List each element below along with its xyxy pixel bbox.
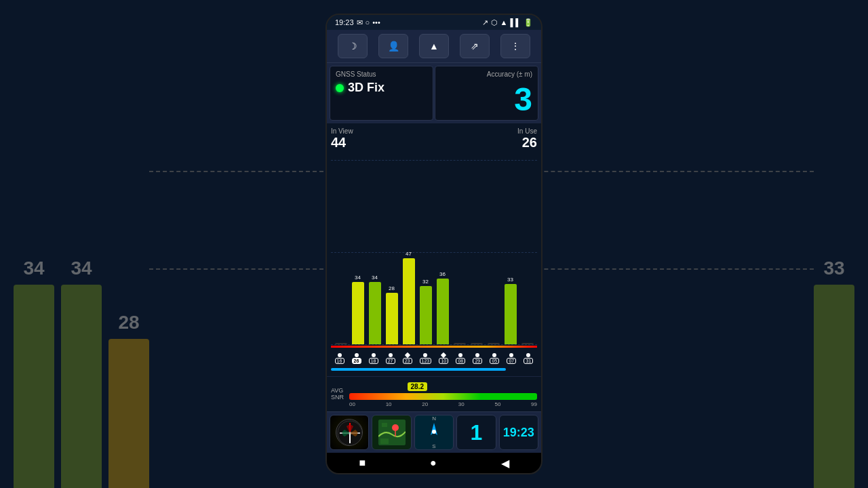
sat-id-box: 10 xyxy=(439,358,448,364)
more-menu-button[interactable]: ⋮ xyxy=(500,34,530,58)
bg-bar-item: 33 xyxy=(814,258,854,488)
accuracy-panel: Accuracy (± m) 3 xyxy=(435,66,538,121)
snr-section: AVGSNR 28.2 00 10 20 30 50 99 xyxy=(327,376,541,411)
android-nav: ■ ● ◀ xyxy=(327,453,541,473)
snr-scale: 00 10 20 30 50 99 xyxy=(349,401,537,407)
bg-bars-left: 34 34 28 xyxy=(14,258,149,488)
bar-rect xyxy=(420,286,432,344)
accuracy-value: 3 xyxy=(514,83,532,116)
sat-id-item: 27 xyxy=(386,353,395,364)
sat-id-item: 29 xyxy=(473,353,482,364)
sat-id-box: 08 xyxy=(456,358,465,364)
sat-id-box: 123 xyxy=(420,358,432,364)
compass-button[interactable] xyxy=(330,415,369,450)
inview-row: In View 44 In Use 26 xyxy=(331,127,537,150)
sat-dot xyxy=(475,353,479,357)
sat-dot xyxy=(509,353,513,357)
bar-rect xyxy=(386,293,398,344)
snr-header: AVGSNR 28.2 00 10 20 30 50 99 xyxy=(331,380,537,407)
accuracy-title: Accuracy (± m) xyxy=(487,70,532,78)
time-display-button[interactable]: 19:23 xyxy=(499,415,538,450)
sat-dot xyxy=(389,353,393,357)
direction-button[interactable]: N S xyxy=(414,415,454,450)
sat-id-box: 05 xyxy=(490,358,499,364)
bar-item xyxy=(335,342,347,344)
bar-rect xyxy=(437,279,449,344)
sat-id-item: 07 xyxy=(507,353,516,364)
chart-progress-bar xyxy=(331,368,506,371)
android-square-button[interactable]: ■ xyxy=(359,457,366,469)
sat-dot xyxy=(458,353,462,357)
snr-scale-99: 99 xyxy=(531,401,537,407)
bg-bars-right: 33 xyxy=(814,258,854,488)
bar-item: 32 xyxy=(420,279,432,344)
android-back-button[interactable]: ◀ xyxy=(501,457,509,470)
direction-svg xyxy=(424,422,444,442)
toolbar: ☽ 👤 ▲ ⇗ ⋮ xyxy=(327,30,541,63)
number-display-button[interactable]: 1 xyxy=(456,415,496,450)
sat-id-item: 123 xyxy=(420,353,432,364)
bg-bar xyxy=(108,339,149,488)
compass-s-label: S xyxy=(424,443,444,449)
sat-id-box: 27 xyxy=(386,358,395,364)
sat-id-item: 08 xyxy=(456,353,465,364)
inuse-count: 26 xyxy=(522,135,537,150)
circle-icon: ○ xyxy=(366,18,370,26)
phone-frame: 19:23 ✉ ○ ••• ↗ ⬡ ▲ ▌▌ 🔋 ☽ 👤 ▲ ⇗ ⋮ GNSS … xyxy=(326,14,542,474)
person-button[interactable]: 👤 xyxy=(378,34,408,58)
bg-bar-item: 28 xyxy=(108,312,149,488)
bar-rect xyxy=(488,343,500,344)
sat-id-box: 23 xyxy=(403,358,412,364)
arrow-icon: ↗ xyxy=(482,18,488,27)
snr-bar-area: 28.2 00 10 20 30 50 99 xyxy=(349,380,537,407)
msg-icon: ✉ xyxy=(357,18,363,27)
bg-bar-label: 28 xyxy=(118,312,139,333)
sat-id-item: 18 xyxy=(369,353,378,364)
moon-button[interactable]: ☽ xyxy=(338,34,368,58)
bar-item xyxy=(488,342,500,344)
map-svg xyxy=(378,420,406,445)
bg-bar xyxy=(14,285,54,488)
bg-bar-label: 33 xyxy=(823,258,844,279)
compass-svg xyxy=(336,420,363,446)
bar-chart: 34 34 28 47 xyxy=(331,153,537,372)
sat-dot xyxy=(355,353,359,357)
snr-scale-0: 00 xyxy=(349,401,355,407)
bar-item: 33 xyxy=(505,277,517,344)
navigate-button[interactable]: ▲ xyxy=(419,34,449,58)
inview-block: In View 44 xyxy=(331,127,353,150)
inuse-block: In Use 26 xyxy=(517,127,537,150)
bar-item xyxy=(521,342,534,344)
bar-rect xyxy=(471,343,483,344)
chart-area: In View 44 In Use 26 xyxy=(327,123,541,376)
sat-id-box: 26 xyxy=(352,358,361,364)
svg-rect-10 xyxy=(380,439,389,444)
sat-dot xyxy=(338,353,342,357)
wifi-icon: ▲ xyxy=(500,18,508,26)
more-icon: ••• xyxy=(372,18,380,26)
bar-rect xyxy=(454,343,466,344)
inview-label: In View xyxy=(331,127,353,135)
grid-line xyxy=(331,160,537,161)
compass-n-label: N xyxy=(424,415,444,422)
status-bar-left: 19:23 ✉ ○ ••• xyxy=(335,18,380,27)
sat-id-item: 16 xyxy=(335,353,344,364)
inview-count: 44 xyxy=(331,135,346,150)
gnss-status-text: 3D Fix xyxy=(348,81,384,95)
map-button[interactable] xyxy=(372,415,411,450)
status-bar-right: ↗ ⬡ ▲ ▌▌ 🔋 xyxy=(482,18,533,27)
bar-rect xyxy=(369,282,381,344)
android-home-button[interactable]: ● xyxy=(430,457,437,469)
snr-scale-20: 20 xyxy=(422,401,428,407)
bar-rect xyxy=(521,343,534,344)
share-button[interactable]: ⇗ xyxy=(460,34,490,58)
status-bar: 19:23 ✉ ○ ••• ↗ ⬡ ▲ ▌▌ 🔋 xyxy=(327,15,541,30)
bars-container: 34 34 28 47 xyxy=(331,249,537,344)
bottom-time: 19:23 xyxy=(503,426,534,440)
sat-id-item: 23 xyxy=(403,353,412,364)
snr-value-area: 28.2 xyxy=(349,380,537,392)
satellite-ids: 16 26 18 27 23 xyxy=(331,352,537,365)
direction-display: N S xyxy=(424,415,444,449)
bg-bar xyxy=(61,285,102,488)
sat-id-item: 05 xyxy=(490,353,499,364)
